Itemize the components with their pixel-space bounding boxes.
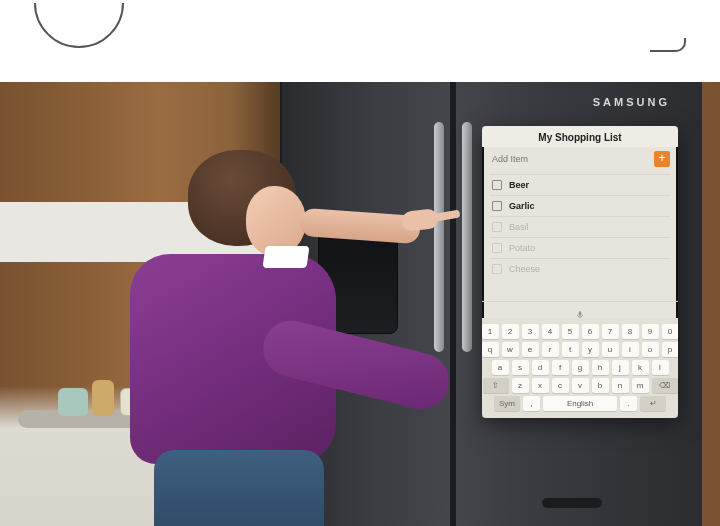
keyboard-key[interactable]: r [542, 342, 559, 357]
microphone-icon[interactable] [575, 306, 585, 316]
keyboard-key[interactable]: w [502, 342, 519, 357]
keyboard-spacebar[interactable]: English [543, 396, 617, 411]
keyboard-key[interactable]: n [612, 378, 629, 393]
keyboard-key[interactable]: 1 [482, 324, 499, 339]
page-top-whitespace [0, 0, 720, 82]
keyboard-key[interactable]: ↵ [640, 396, 666, 411]
add-item-row: + [482, 147, 678, 174]
keyboard-key[interactable]: j [612, 360, 629, 375]
keyboard-key[interactable]: a [492, 360, 509, 375]
keyboard-key[interactable]: 8 [622, 324, 639, 339]
shopping-list-item[interactable]: Cheese [490, 258, 670, 279]
keyboard-key[interactable]: 6 [582, 324, 599, 339]
keyboard-key[interactable]: . [620, 396, 637, 411]
keyboard-key[interactable]: l [652, 360, 669, 375]
speaker-grille [542, 498, 602, 508]
counter-jar [92, 380, 114, 416]
item-checkbox[interactable] [492, 243, 502, 253]
item-label: Garlic [509, 201, 535, 211]
kitchen-backsplash [0, 202, 280, 262]
keyboard-key[interactable]: y [582, 342, 599, 357]
shopping-list-item[interactable]: Basil [490, 216, 670, 237]
item-checkbox[interactable] [492, 264, 502, 274]
fridge-handle-left [434, 122, 444, 352]
keyboard-key[interactable]: i [622, 342, 639, 357]
keyboard-key[interactable]: ⇧ [483, 378, 509, 393]
decorative-arc [34, 0, 124, 48]
keyboard-key[interactable]: ⌫ [652, 378, 678, 393]
keyboard-key[interactable]: d [532, 360, 549, 375]
shopping-list-item[interactable]: Potato [490, 237, 670, 258]
keyboard-key[interactable]: t [562, 342, 579, 357]
smart-fridge: SAMSUNG My Shopping List + BeerGarlicBas… [280, 82, 702, 526]
item-label: Beer [509, 180, 529, 190]
on-screen-keyboard: 1234567890 qwertyuiop asdfghjkl ⇧zxcvbnm… [482, 318, 678, 418]
keyboard-key[interactable]: 4 [542, 324, 559, 339]
fridge-door-seam [450, 82, 456, 526]
shopping-list-item[interactable]: Beer [490, 174, 670, 195]
item-label: Basil [509, 222, 529, 232]
keyboard-key[interactable]: k [632, 360, 649, 375]
keyboard-key[interactable]: q [482, 342, 499, 357]
keyboard-key[interactable]: 9 [642, 324, 659, 339]
item-checkbox[interactable] [492, 180, 502, 190]
counter-jar [120, 388, 148, 416]
item-label: Cheese [509, 264, 540, 274]
fridge-touchscreen[interactable]: My Shopping List + BeerGarlicBasilPotato… [482, 126, 678, 418]
keyboard-key[interactable]: z [512, 378, 529, 393]
scene-root: SAMSUNG My Shopping List + BeerGarlicBas… [0, 0, 720, 526]
keyboard-key[interactable]: f [552, 360, 569, 375]
keyboard-key[interactable]: 7 [602, 324, 619, 339]
keyboard-key[interactable]: Sym [494, 396, 520, 411]
shopping-list-item[interactable]: Garlic [490, 195, 670, 216]
keyboard-key[interactable]: 3 [522, 324, 539, 339]
keyboard-key[interactable]: h [592, 360, 609, 375]
appliance-brand: SAMSUNG [593, 96, 670, 108]
add-item-input[interactable] [490, 150, 648, 168]
keyboard-key[interactable]: b [592, 378, 609, 393]
voice-input-row [482, 301, 678, 318]
keyboard-key[interactable]: , [523, 396, 540, 411]
item-checkbox[interactable] [492, 222, 502, 232]
keyboard-key[interactable]: m [632, 378, 649, 393]
decorative-tail [650, 38, 686, 52]
keyboard-key[interactable]: 0 [662, 324, 679, 339]
keyboard-key[interactable]: s [512, 360, 529, 375]
screen-title: My Shopping List [482, 126, 678, 147]
shopping-list: BeerGarlicBasilPotatoCheese [482, 174, 678, 301]
item-label: Potato [509, 243, 535, 253]
keyboard-key[interactable]: u [602, 342, 619, 357]
keyboard-key[interactable]: v [572, 378, 589, 393]
fridge-handle-right [462, 122, 472, 352]
keyboard-key[interactable]: 2 [502, 324, 519, 339]
keyboard-key[interactable]: x [532, 378, 549, 393]
keyboard-key[interactable]: e [522, 342, 539, 357]
keyboard-key[interactable]: c [552, 378, 569, 393]
keyboard-key[interactable]: o [642, 342, 659, 357]
keyboard-key[interactable]: 5 [562, 324, 579, 339]
keyboard-key[interactable]: p [662, 342, 679, 357]
keyboard-key[interactable]: g [572, 360, 589, 375]
counter-jar [58, 388, 88, 416]
item-checkbox[interactable] [492, 201, 502, 211]
add-item-button[interactable]: + [654, 151, 670, 167]
